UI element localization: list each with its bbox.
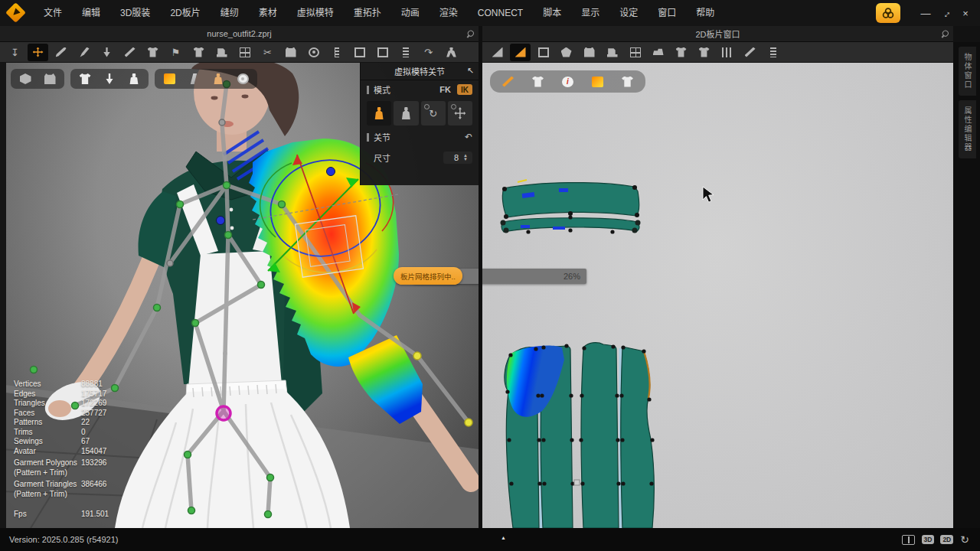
viewport-3d[interactable]: Vertices88881Edges175717Triangles172269F…: [0, 63, 479, 528]
close-button[interactable]: ×: [957, 5, 974, 21]
target-select-button[interactable]: [303, 44, 324, 61]
app-logo-icon[interactable]: [6, 4, 26, 22]
menu-item-6[interactable]: 虚拟模特: [287, 0, 344, 26]
iron-button[interactable]: [648, 44, 668, 61]
menu-item-12[interactable]: 显示: [571, 0, 609, 26]
view-button-3d[interactable]: 3D: [922, 535, 935, 545]
sewing-machine-button[interactable]: [602, 44, 622, 61]
menu-item-3[interactable]: 2D板片: [160, 0, 210, 26]
transform-tool-button[interactable]: [487, 44, 508, 61]
move-joint-button[interactable]: [448, 101, 472, 126]
arrange-shirt-button[interactable]: [188, 44, 209, 61]
spin-down-icon[interactable]: ▼: [463, 158, 468, 161]
divider-handle-icon[interactable]: ▲: [501, 535, 506, 540]
piping-button[interactable]: [372, 44, 393, 61]
pin-icon[interactable]: [464, 28, 475, 40]
stat-label: Fps: [14, 510, 81, 520]
pin-icon-2d[interactable]: [939, 28, 950, 40]
edit-pattern-tool-button[interactable]: [510, 44, 531, 61]
mesh-cube-button[interactable]: [17, 71, 34, 86]
binding-button[interactable]: [349, 44, 370, 61]
grab-button[interactable]: ⚑: [165, 44, 186, 61]
elastic-button[interactable]: [763, 44, 783, 61]
menu-item-8[interactable]: 动画: [391, 0, 430, 26]
focus-target-button[interactable]: [234, 71, 251, 86]
shirt-stress-button[interactable]: [617, 73, 638, 90]
shirt-white-button[interactable]: [528, 73, 548, 90]
rectangle-tool-button[interactable]: [533, 44, 554, 61]
needle-button[interactable]: [119, 44, 140, 61]
pen-3d-button[interactable]: [51, 44, 71, 61]
viewport-2d[interactable]: [482, 63, 953, 528]
stressmap-view-button[interactable]: [161, 71, 178, 86]
ik-button[interactable]: IK: [457, 84, 472, 95]
walk-animation-button[interactable]: [441, 44, 462, 61]
pattern-piece-collar-a[interactable]: [502, 180, 639, 219]
size-input[interactable]: 8 ▲▼: [443, 152, 472, 164]
strainmap-view-button[interactable]: [185, 71, 202, 86]
menu-item-11[interactable]: 脚本: [533, 0, 571, 26]
menu-item-0[interactable]: 文件: [34, 0, 72, 26]
menu-item-13[interactable]: 设定: [609, 0, 648, 26]
info-button[interactable]: [557, 73, 578, 90]
root-joint-selected[interactable]: [217, 406, 230, 420]
pattern-piece-bodice-left[interactable]: [505, 344, 580, 528]
refresh-icon[interactable]: ↻: [960, 534, 969, 545]
view-button-2d[interactable]: 2D: [940, 535, 953, 545]
menu-item-2[interactable]: 3D服装: [110, 0, 160, 26]
grid-arrange-button[interactable]: [234, 44, 255, 61]
polygon-tool-button[interactable]: [556, 44, 577, 61]
pin-tool-button[interactable]: [96, 44, 117, 61]
pleats-button[interactable]: [717, 44, 737, 61]
menu-item-9[interactable]: 渲染: [430, 0, 468, 26]
menu-item-5[interactable]: 素材: [249, 0, 287, 26]
reset-joints-icon[interactable]: ↶: [465, 132, 472, 142]
menu-item-14[interactable]: 窗口: [648, 0, 686, 26]
menu-item-15[interactable]: 帮助: [686, 0, 724, 26]
resize-button[interactable]: ↔: [937, 5, 954, 21]
size-spinner[interactable]: ▲▼: [463, 154, 468, 161]
ik-all-button[interactable]: [367, 101, 391, 126]
avatar-xray-button[interactable]: [210, 71, 227, 86]
move-tool-button[interactable]: [28, 44, 48, 61]
topstitch-button[interactable]: [395, 44, 416, 61]
fold-shirt-button[interactable]: [694, 44, 714, 61]
split-view-icon[interactable]: [902, 535, 915, 545]
titlebar-3d[interactable]: nurse_outfit2.zprj: [0, 26, 479, 42]
collapse-arrow-icon[interactable]: ↖: [467, 66, 474, 76]
fk-button[interactable]: FK: [439, 85, 451, 94]
stressmap-button[interactable]: [587, 73, 608, 90]
simulate-button[interactable]: ↧: [5, 44, 25, 61]
shirt-button[interactable]: [671, 44, 691, 61]
cut-button[interactable]: ✂: [257, 44, 278, 61]
joint-panel-header[interactable]: 虚拟模特关节 ↖: [361, 63, 479, 80]
shirt-view-button[interactable]: [77, 71, 93, 86]
titlebar-2d[interactable]: 2D板片窗口: [482, 26, 953, 42]
menu-item-4[interactable]: 缝纫: [211, 0, 249, 26]
ik-single-button[interactable]: [394, 101, 418, 126]
pattern-piece-collar-b[interactable]: [501, 215, 641, 233]
pane-divider[interactable]: [479, 26, 482, 528]
tack-button[interactable]: [211, 44, 232, 61]
stroke-pen-button[interactable]: [498, 73, 518, 90]
stretch-garment-button[interactable]: [142, 44, 163, 61]
brush-button[interactable]: [74, 44, 94, 61]
pattern-piece-button[interactable]: [579, 44, 599, 61]
minimize-button[interactable]: —: [917, 5, 934, 21]
menu-item-1[interactable]: 编辑: [72, 0, 110, 26]
rotate-joint-button[interactable]: ↻: [421, 101, 446, 126]
menu-item-10[interactable]: CONNECT: [468, 0, 533, 26]
grid-button[interactable]: [625, 44, 645, 61]
wireframe-garment-button[interactable]: [41, 71, 58, 86]
style3d-logo-button[interactable]: [876, 3, 900, 23]
bend-button[interactable]: ↷: [418, 44, 439, 61]
dash-line-button[interactable]: [740, 44, 760, 61]
side-tab-1[interactable]: 属性编辑器: [959, 100, 976, 158]
avatar-view-button[interactable]: [126, 71, 142, 86]
pattern-piece-bodice-right[interactable]: [579, 343, 654, 528]
pin-garment-button[interactable]: [280, 44, 301, 61]
side-tab-0[interactable]: 物体窗口: [959, 47, 976, 96]
menu-item-7[interactable]: 重拓扑: [344, 0, 391, 26]
zipper-button[interactable]: [326, 44, 347, 61]
pin-view-button[interactable]: [101, 71, 118, 86]
